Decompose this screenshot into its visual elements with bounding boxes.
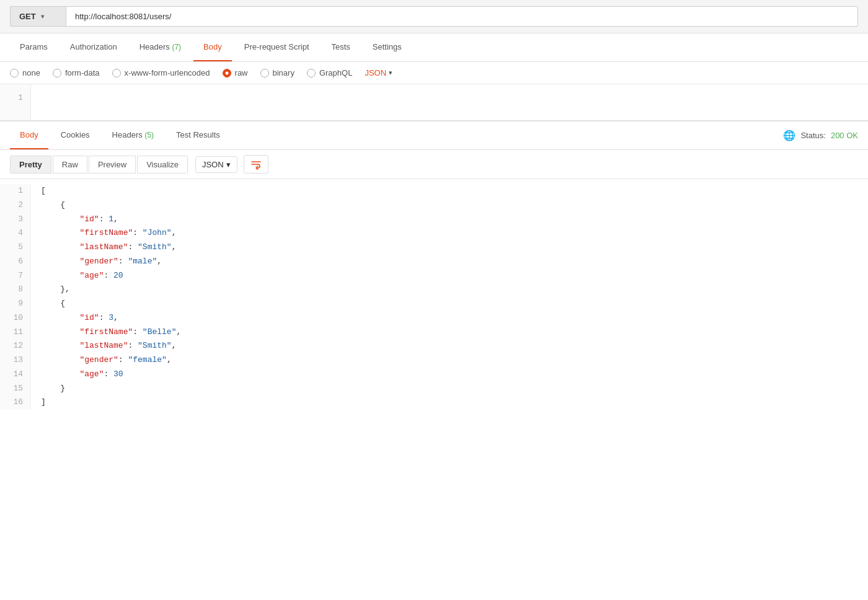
line-number: 6	[7, 255, 23, 269]
status-value: 200 OK	[831, 131, 858, 140]
json-value: 1	[108, 214, 113, 224]
body-type-label: form-data	[65, 68, 100, 77]
line-number: 14	[7, 368, 23, 382]
response-tab-test-results[interactable]: Test Results	[166, 121, 230, 149]
json-value: "female"	[128, 355, 166, 364]
method-label: GET	[19, 12, 36, 21]
response-status-area: 🌐 Status: 200 OK	[783, 130, 858, 141]
line-number: 4	[7, 226, 23, 240]
body-type-form-data[interactable]: form-data	[53, 68, 100, 77]
badge: (7)	[172, 43, 181, 51]
response-type-select[interactable]: JSON▾	[195, 156, 237, 173]
line-number: 8	[7, 283, 23, 297]
line-number: 15	[7, 382, 23, 396]
json-key: "id"	[79, 313, 99, 322]
json-key: "age"	[79, 271, 104, 280]
body-type-label: binary	[273, 68, 294, 77]
format-btn-visualize[interactable]: Visualize	[137, 156, 188, 174]
request-editor-content[interactable]	[31, 84, 868, 120]
request-body-editor: 1	[0, 84, 868, 121]
line-number: 13	[7, 353, 23, 368]
radio-circle	[223, 69, 231, 77]
body-type-GraphQL[interactable]: GraphQL	[307, 68, 352, 77]
json-line: "gender": "female",	[41, 353, 858, 368]
json-key: "age"	[79, 369, 104, 379]
format-btn-raw[interactable]: Raw	[53, 156, 87, 174]
json-line: "age": 20	[41, 269, 858, 283]
radio-circle	[53, 69, 61, 77]
request-tab-tests[interactable]: Tests	[322, 33, 360, 61]
json-line: ]	[41, 395, 858, 410]
json-value: "male"	[128, 257, 157, 266]
body-type-row: noneform-datax-www-form-urlencodedrawbin…	[0, 62, 868, 84]
line-number: 11	[7, 325, 23, 340]
json-key: "gender"	[79, 355, 118, 364]
json-chevron-icon: ▾	[389, 69, 392, 77]
json-content: [ { "id": 1, "firstName": "John", "lastN…	[31, 184, 868, 410]
method-chevron-icon: ▾	[41, 13, 44, 20]
request-tab-params[interactable]: Params	[10, 33, 58, 61]
radio-circle	[260, 69, 269, 77]
status-label: Status:	[800, 131, 825, 140]
line-number: 1	[7, 184, 23, 198]
response-tab-cookies[interactable]: Cookies	[51, 121, 100, 149]
json-key: "id"	[79, 214, 99, 224]
wrap-button[interactable]	[244, 155, 268, 174]
json-value: "Smith"	[138, 341, 172, 350]
request-tab-pre-request-script[interactable]: Pre-request Script	[234, 33, 319, 61]
line-number: 7	[7, 269, 23, 283]
url-bar: GET ▾	[0, 0, 868, 33]
wrap-icon	[250, 159, 262, 170]
response-type-label: JSON	[202, 160, 224, 169]
line-number: 9	[7, 297, 23, 311]
line-number: 2	[7, 198, 23, 213]
json-line: "firstName": "John",	[41, 226, 858, 240]
response-format-bar: PrettyRawPreviewVisualizeJSON▾	[0, 150, 868, 179]
format-btn-pretty[interactable]: Pretty	[10, 156, 51, 174]
json-key: "gender"	[79, 257, 118, 266]
json-viewer: 12345678910111213141516 [ { "id": 1, "fi…	[0, 179, 868, 415]
json-line: {	[41, 198, 858, 213]
body-type-binary[interactable]: binary	[260, 68, 294, 77]
json-type-select[interactable]: JSON▾	[365, 68, 392, 77]
request-tab-settings[interactable]: Settings	[363, 33, 412, 61]
json-value: 3	[108, 313, 113, 322]
json-value: "Belle"	[143, 327, 177, 337]
json-line: "id": 3,	[41, 311, 858, 325]
json-line: "id": 1,	[41, 213, 858, 227]
response-tab-headers[interactable]: Headers (5)	[102, 121, 164, 149]
line-number: 16	[7, 395, 23, 410]
line-number: 5	[7, 240, 23, 255]
body-type-label: x-www-form-urlencoded	[125, 68, 210, 77]
body-type-none[interactable]: none	[10, 68, 40, 77]
request-tab-body[interactable]: Body	[193, 33, 232, 61]
body-type-label: GraphQL	[319, 68, 352, 77]
line-number: 3	[7, 213, 23, 227]
body-type-label: raw	[235, 68, 248, 77]
json-key: "firstName"	[79, 327, 133, 337]
radio-circle	[10, 69, 19, 77]
response-tabs: BodyCookiesHeaders (5)Test Results 🌐 Sta…	[0, 121, 868, 150]
json-value: 30	[113, 369, 123, 379]
radio-circle	[112, 69, 121, 77]
url-input[interactable]	[66, 6, 858, 27]
json-line: },	[41, 283, 858, 297]
request-line-numbers: 1	[0, 84, 31, 120]
request-tab-authorization[interactable]: Authorization	[60, 33, 127, 61]
json-value: 20	[113, 271, 123, 280]
line-number: 12	[7, 339, 23, 353]
response-type-chevron-icon: ▾	[226, 160, 231, 169]
request-tab-headers[interactable]: Headers (7)	[130, 33, 191, 61]
json-line-numbers: 12345678910111213141516	[0, 184, 31, 410]
globe-icon[interactable]: 🌐	[783, 130, 795, 141]
body-type-x-www-form-urlencoded[interactable]: x-www-form-urlencoded	[112, 68, 210, 77]
json-value: "Smith"	[138, 242, 172, 252]
json-key: "lastName"	[79, 242, 128, 252]
json-key: "lastName"	[79, 341, 128, 350]
body-type-raw[interactable]: raw	[223, 68, 248, 77]
radio-circle	[307, 69, 316, 77]
method-select[interactable]: GET ▾	[10, 6, 66, 27]
line-number: 10	[7, 311, 23, 325]
format-btn-preview[interactable]: Preview	[89, 156, 136, 174]
response-tab-body[interactable]: Body	[10, 121, 48, 149]
